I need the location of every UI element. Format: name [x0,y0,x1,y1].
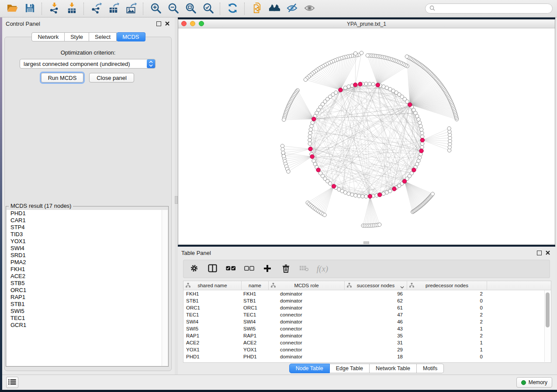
zoom-selected-icon [202,2,214,15]
select-all-button[interactable] [225,264,236,274]
column-header-predecessor-nodes[interactable]: predecessor nodes [407,281,487,290]
table-row[interactable]: RAP1RAP1dominator352 [183,332,544,339]
column-header-successor-nodes[interactable]: successor nodes [345,281,407,290]
result-list-scrollbar[interactable] [162,210,168,366]
table-row[interactable]: SWI4SWI4dominator462 [183,318,544,325]
close-window-icon[interactable] [181,21,187,26]
mcds-result-item[interactable]: SRD1 [7,252,168,259]
tab-mcds[interactable]: MCDS [117,32,145,41]
mcds-result-item[interactable]: ORC1 [7,287,168,294]
tab-network-table[interactable]: Network Table [370,364,417,373]
cell-shared-name: ORC1 [183,304,242,311]
export-network-button[interactable] [87,1,105,16]
table-row[interactable]: ACE2ACE2connector311 [183,339,544,346]
close-panel-button-mcds[interactable]: Close panel [89,73,134,83]
zoom-in-button[interactable] [147,1,164,16]
mcds-result-item[interactable]: STP4 [7,224,168,231]
import-table-button[interactable] [63,1,80,16]
mcds-result-item[interactable]: GCR1 [7,322,168,329]
import-network-button[interactable] [45,1,63,16]
show-panels-button[interactable] [6,377,18,388]
mcds-result-list[interactable]: PHD1CAR1STP4TID3YOX1SWI4SRD1PMA2FKH1ACE2… [7,210,168,366]
mcds-result-item[interactable]: ACE2 [7,273,168,280]
column-header-MCDS-role[interactable]: MCDS role [269,281,345,290]
share-document-button[interactable] [248,1,266,16]
home-icon [269,2,280,15]
float-table-panel-button[interactable] [537,251,542,255]
network-canvas[interactable] [178,28,555,244]
split-columns-button[interactable] [207,264,218,274]
close-table-panel-button[interactable] [546,250,550,256]
gear-button[interactable] [189,264,199,274]
mcds-result-item[interactable]: PHD1 [7,210,168,217]
table-panel: Table Panel f(x) shared namenameMCDS rol… [178,247,555,375]
mcds-result-item[interactable]: STB5 [7,280,168,287]
mcds-result-item[interactable]: PMA2 [7,259,168,266]
refresh-button[interactable] [224,1,241,16]
cell-MCDS-role: connector [269,339,345,346]
deselect-all-button[interactable] [244,264,254,274]
mcds-result-item[interactable]: TID3 [7,231,168,238]
eye-show-button[interactable] [301,1,318,16]
home-button[interactable] [266,1,283,16]
zoom-out-button[interactable] [164,1,182,16]
open-folder-button[interactable] [3,1,21,16]
mcds-result-item[interactable]: CAR1 [7,217,168,224]
tab-node-table[interactable]: Node Table [289,364,330,373]
table-row[interactable]: ORC1ORC1dominator610 [183,304,544,311]
network-split-thumb[interactable] [363,241,369,244]
zoom-selected-button[interactable] [199,1,217,16]
run-mcds-button[interactable]: Run MCDS [41,73,83,83]
mcds-result-item[interactable]: RAP1 [7,294,168,301]
divider-thumb[interactable] [175,196,178,204]
column-label: MCDS role [294,283,318,288]
cell-successor-nodes: 43 [345,325,407,332]
optimization-criterion-select[interactable]: largest connected component (undirected) [20,59,156,69]
delete-column-button[interactable] [280,264,291,274]
tab-motifs[interactable]: Motifs [417,364,444,373]
mcds-result-item[interactable]: SWI5 [7,308,168,315]
cell-predecessor-nodes: 0 [407,353,487,360]
save-button[interactable] [21,1,38,16]
add-column-button[interactable] [262,264,273,274]
float-icon [537,251,542,255]
close-panel-button[interactable] [165,21,170,27]
column-header-shared-name[interactable]: shared name [183,281,242,290]
cell-shared-name: FKH1 [183,290,242,297]
search-field[interactable] [425,3,553,14]
eye-hide-button[interactable] [283,1,301,16]
table-scrollbar-thumb[interactable] [546,292,550,327]
mcds-result-item[interactable]: TEC1 [7,315,168,322]
search-input[interactable] [437,5,548,12]
zoom-fit-button[interactable] [182,1,199,16]
cell-MCDS-role: dominator [269,290,345,297]
main-toolbar [0,0,557,17]
tab-style[interactable]: Style [65,32,89,41]
tab-network[interactable]: Network [31,32,65,41]
mcds-result-item[interactable]: STB1 [7,301,168,308]
table-row[interactable]: SWI5SWI5connector431 [183,325,544,332]
table-row[interactable]: FKH1FKH1dominator962 [183,290,544,297]
panel-split-divider[interactable] [175,17,178,375]
column-header-name[interactable]: name [242,281,269,290]
zoom-in-icon [150,2,162,15]
table-row[interactable]: TEC1TEC1connector472 [183,311,544,318]
export-table-button[interactable] [105,1,122,16]
table-row[interactable]: PHD1PHD1dominator180 [183,353,544,360]
table-row[interactable]: STB1STB1dominator620 [183,297,544,304]
network-window-titlebar[interactable]: YPA_prune.txt_1 [178,20,555,28]
table-row[interactable]: YOX1YOX1connector291 [183,346,544,353]
memory-button[interactable]: Memory [516,377,552,388]
float-panel-button[interactable] [156,21,161,26]
tab-select[interactable]: Select [89,32,117,41]
cell-successor-nodes: 35 [345,332,407,339]
mcds-result-item[interactable]: SWI4 [7,245,168,252]
maximize-window-icon[interactable] [199,21,204,26]
export-image-button[interactable] [122,1,140,16]
mcds-result-item[interactable]: YOX1 [7,238,168,245]
mcds-result-item[interactable]: FKH1 [7,266,168,273]
table-panel-title: Table Panel [181,250,211,256]
table-scrollbar[interactable] [544,290,551,362]
minimize-window-icon[interactable] [190,21,195,26]
tab-edge-table[interactable]: Edge Table [330,364,370,373]
